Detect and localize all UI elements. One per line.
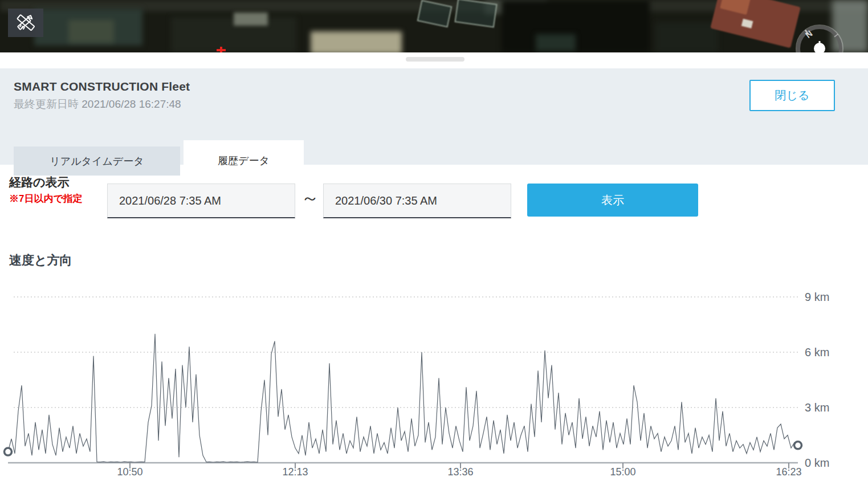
- end-datetime-input[interactable]: [323, 184, 511, 218]
- x-axis-label-1623: 16:23: [776, 466, 801, 478]
- speed-line: [8, 334, 798, 462]
- speed-direction-title: 速度と方向: [9, 252, 72, 269]
- measure-icon: [15, 12, 36, 34]
- map-texture-blob: [655, 23, 718, 52]
- map-red-roof-building: [710, 0, 801, 48]
- map-texture-blob: [311, 31, 402, 52]
- map-red-marker: [217, 47, 226, 52]
- panel-title: SMART CONSTRUCTION Fleet: [14, 80, 190, 93]
- last-update-label: 最終更新日時: [14, 98, 79, 110]
- last-update-value: 2021/06/28 16:27:48: [81, 98, 181, 110]
- date-range-separator: ～: [300, 186, 320, 211]
- show-button[interactable]: 表示: [527, 184, 698, 217]
- x-axis-label-1050: 10:50: [117, 466, 142, 478]
- x-axis-label-1336: 13:36: [447, 466, 473, 478]
- y-axis-label-9km: 9 km: [805, 291, 856, 304]
- speed-chart: [0, 288, 868, 489]
- map-container-structure: [454, 0, 497, 28]
- x-axis-label-1213: 12:13: [282, 466, 308, 478]
- tab-realtime-data[interactable]: リアルタイムデータ: [14, 146, 180, 176]
- sheet-drag-handle[interactable]: [406, 57, 464, 62]
- x-axis-label-1500: 15:00: [610, 466, 635, 478]
- y-axis-label-0km: 0 km: [805, 457, 856, 470]
- start-marker[interactable]: [5, 448, 12, 455]
- end-marker[interactable]: [794, 442, 802, 449]
- panel-header: SMART CONSTRUCTION Fleet 最終更新日時 2021/06/…: [0, 68, 868, 165]
- tab-history-data[interactable]: 履歴データ: [184, 140, 304, 181]
- route-7day-note: ※7日以内で指定: [9, 192, 83, 205]
- map-texture-blob: [502, 0, 650, 52]
- map-texture-blob: [68, 20, 114, 43]
- map-satellite-view[interactable]: N: [0, 0, 868, 52]
- compass-control[interactable]: N: [795, 24, 844, 52]
- close-button[interactable]: 閉じる: [749, 80, 835, 111]
- start-datetime-input[interactable]: [107, 184, 295, 218]
- y-axis-label-6km: 6 km: [805, 346, 856, 359]
- last-update: 最終更新日時 2021/06/28 16:27:48: [14, 97, 181, 112]
- fleet-panel: SMART CONSTRUCTION Fleet 最終更新日時 2021/06/…: [0, 52, 868, 489]
- route-display-title: 経路の表示: [9, 174, 70, 190]
- map-texture-blob: [234, 13, 268, 26]
- measure-tool-button[interactable]: [8, 9, 43, 37]
- y-axis-label-3km: 3 km: [805, 401, 856, 414]
- map-texture-blob: [536, 34, 576, 51]
